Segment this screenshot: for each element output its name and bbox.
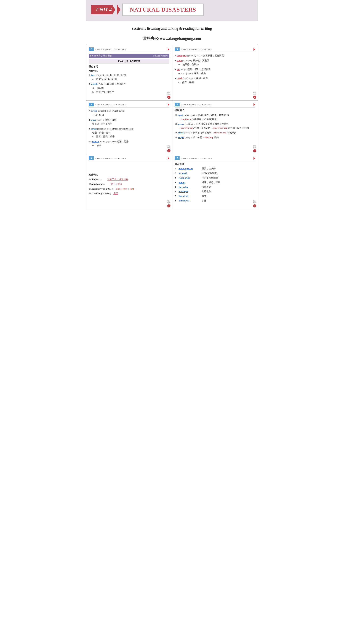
card-4-num: 4 bbox=[89, 103, 94, 106]
card-2-arrow bbox=[168, 48, 169, 51]
card-6-num: 6 bbox=[89, 156, 94, 160]
card-4: 4 UNIT 4 NATURAL DISASTERS 7. sweep [swi… bbox=[86, 100, 172, 154]
word-length: 14. length [leŋθ] n. 长；长度 →long adj. 长的 bbox=[175, 136, 255, 140]
phrase-stay-calm: 5. stay calm 保持冷静 bbox=[175, 185, 255, 189]
word-wave: 8. wave [weɪv] n. 海浪；波浪 vi. & vt. 挥手；招手 bbox=[89, 118, 169, 126]
corner-nav-btn-7[interactable] bbox=[253, 204, 256, 208]
word-thailand: 18. Thailand['taɪlænd] 泰国 bbox=[89, 192, 169, 196]
phrase-in-danger: 6. in danger 处境危险 bbox=[175, 190, 255, 194]
card-7-unit-label: UNIT 4 NATURAL DISASTERS bbox=[181, 157, 212, 159]
reading-label: 阅读词汇 bbox=[89, 173, 169, 176]
word-whistle: 2. whistle ['wɪsl] vi. 吹口哨；发出笛声 vt. 吹口哨 … bbox=[89, 82, 169, 94]
writing-label: 写作词汇 bbox=[89, 69, 169, 72]
arrow-right-icon-5 bbox=[253, 103, 255, 106]
watermark: 道格办公-www.daogebangong.com bbox=[86, 32, 258, 45]
card-7: 7 UNIT 4 NATURAL DISASTERS 重点短语 1. in th… bbox=[172, 154, 258, 209]
card-2-unit-label: UNIT 4 NATURAL DISASTERS bbox=[95, 48, 126, 50]
card-6-unit-label: UNIT 4 NATURAL DISASTERS bbox=[95, 157, 126, 159]
card-3-num: 3 bbox=[175, 48, 180, 51]
card-3-unit-label: UNIT 4 NATURAL DISASTERS bbox=[181, 48, 212, 50]
word-tap: 1. tap [tæp] vi. & vt. 轻叩；轻敲；轻拍 n. 水龙头；轻… bbox=[89, 73, 169, 81]
arrow-right-icon-3 bbox=[253, 48, 255, 51]
word-sweep: 7. sweep [swiːp] vt. & vi. (swept, swept… bbox=[89, 109, 169, 117]
word-power: 12. power ['paʊə(r)] n. 电力供应；能量；力量；控制力 →… bbox=[175, 122, 255, 130]
card-6: 6 UNIT 4 NATURAL DISASTERS 阅读词汇 15. kit[… bbox=[86, 154, 172, 209]
word-crash: 6. crash [kræʃ] vt. & vi. 碰撞；撞击 n. 撞车；碰撞 bbox=[175, 76, 255, 84]
card-6-arrow bbox=[168, 157, 169, 160]
expand-label: 拓展词汇 bbox=[175, 109, 255, 112]
word-kit: 15. kit[kɪt] n. 成套工具；成套设备 bbox=[89, 178, 169, 182]
card-4-arrow bbox=[168, 103, 169, 106]
card-2: 2 UNIT 4 NATURAL DISASTERS 自学导引·语篇理解 自主探… bbox=[86, 45, 172, 100]
word-deliver: 10. deliver [dɪ'lɪvə(r)] vt. & vi. 递送；传达… bbox=[89, 140, 169, 148]
card-2-header: 2 UNIT 4 NATURAL DISASTERS bbox=[89, 48, 169, 52]
sub-section-bar-2: 自学导引·语篇理解 自主探究·词层新知 bbox=[89, 54, 169, 58]
card-5-header: 5 UNIT 4 NATURAL DISASTERS bbox=[175, 103, 255, 108]
phrase-in-the-open-air: 1. in the open air 露天；在户外 bbox=[175, 167, 255, 170]
corner-nav-btn-3[interactable] bbox=[253, 96, 256, 99]
word-calm: 4. calm [kɑːm] adj. 镇静的；沉着的 vt. 使平静；使镇静 bbox=[175, 59, 255, 66]
word-aid: 5. aid [eɪd] n. 援助；帮助；救援物资 vi. & vt. (fo… bbox=[175, 68, 255, 75]
card-4-header: 4 UNIT 4 NATURAL DISASTERS bbox=[89, 103, 169, 108]
card-6-corner-nav[interactable]: 栏目导弹 bbox=[167, 200, 170, 208]
section-title: section iv listening and talking & readi… bbox=[86, 21, 258, 32]
card-7-corner-nav[interactable]: 栏目导弹 bbox=[253, 200, 256, 208]
card-7-header: 7 UNIT 4 NATURAL DISASTERS bbox=[175, 156, 255, 161]
phrase-put-up: 4. put up 搭建，举起，张贴 bbox=[175, 181, 255, 184]
card-4-corner-nav[interactable]: 栏目导弹 bbox=[167, 145, 170, 152]
card-3-arrow bbox=[253, 48, 255, 51]
word-pipe: 16. pipe[paɪp] n. 管子；管道 bbox=[89, 182, 169, 186]
key-words-label: 重点单词 bbox=[89, 65, 169, 68]
header-arrow-icon bbox=[117, 4, 121, 15]
card-5-unit-label: UNIT 4 NATURAL DISASTERS bbox=[181, 104, 212, 106]
unit-label: UNIT bbox=[96, 7, 108, 12]
card-5-num: 5 bbox=[175, 103, 180, 106]
card-4-unit-label: UNIT 4 NATURAL DISASTERS bbox=[95, 104, 126, 106]
word-effect: 13. effect ['ɪfekt] n. 影响；结果；效果 →effecti… bbox=[175, 131, 255, 135]
card-6-header: 6 UNIT 4 NATURAL DISASTERS bbox=[89, 156, 169, 161]
card-2-corner-nav[interactable]: 栏目导弹 bbox=[167, 92, 170, 99]
corner-nav-btn-5[interactable] bbox=[253, 149, 256, 152]
word-emergency: 3. emergency [ɪ'mɜːdʒənsi] n. 突发事件；紧急情况 bbox=[175, 54, 255, 58]
arrow-right-icon-4 bbox=[168, 103, 169, 106]
card-3: 3 UNIT 4 NATURAL DISASTERS 3. emergency … bbox=[172, 45, 258, 100]
unit-badge: UNIT 4 bbox=[91, 5, 115, 14]
card-grid: 2 UNIT 4 NATURAL DISASTERS 自学导引·语篇理解 自主探… bbox=[86, 45, 258, 209]
card-5-arrow bbox=[253, 103, 255, 106]
arrow-right-icon-6 bbox=[168, 157, 169, 160]
phrase-first-of-all: 7. first of all 首先 bbox=[175, 194, 255, 198]
corner-nav-btn-2[interactable] bbox=[167, 96, 170, 99]
card-5-corner-nav[interactable]: 栏目导弹 bbox=[253, 145, 256, 152]
key-phrases-label: 重点短语 bbox=[175, 162, 255, 166]
card-7-arrow bbox=[253, 157, 255, 160]
card-3-corner-nav[interactable]: 栏目导弹 bbox=[253, 92, 256, 99]
arrow-right-icon-7 bbox=[253, 157, 255, 160]
card-5: 5 UNIT 4 NATURAL DISASTERS 拓展词汇 11. erup… bbox=[172, 100, 258, 154]
unit-title: NATURAL DISASTERS bbox=[122, 4, 204, 16]
word-erupt: 11. erupt ['ɪrʌpt] vi. & vt. (火山)爆发；(岩浆、… bbox=[175, 113, 255, 121]
unit-number: 4 bbox=[109, 7, 112, 12]
card-7-num: 7 bbox=[175, 156, 180, 160]
arrow-right-icon bbox=[168, 48, 169, 51]
card-2-num: 2 bbox=[89, 48, 94, 51]
word-summary: 17. summary['sæməri] n. 总结；概括；摘要 bbox=[89, 187, 169, 191]
card-3-header: 3 UNIT 4 NATURAL DISASTERS bbox=[175, 48, 255, 52]
phrase-sweep-away: 3. sweep away 消灭；彻底消除 bbox=[175, 176, 255, 180]
page-header: UNIT 4 NATURAL DISASTERS bbox=[86, 0, 258, 21]
word-strike: 9. strike [straɪk] vi. & vt. (struck, st… bbox=[89, 127, 169, 138]
corner-nav-btn-4[interactable] bbox=[167, 149, 170, 152]
phrase-as-many-as: 8. as many as 多达 bbox=[175, 199, 255, 203]
phrase-on-hand: 2. on hand 现有(尤指帮助) bbox=[175, 172, 255, 175]
corner-nav-btn-6[interactable] bbox=[167, 204, 170, 208]
part-title: Part（I）新知感悟 bbox=[89, 59, 169, 64]
